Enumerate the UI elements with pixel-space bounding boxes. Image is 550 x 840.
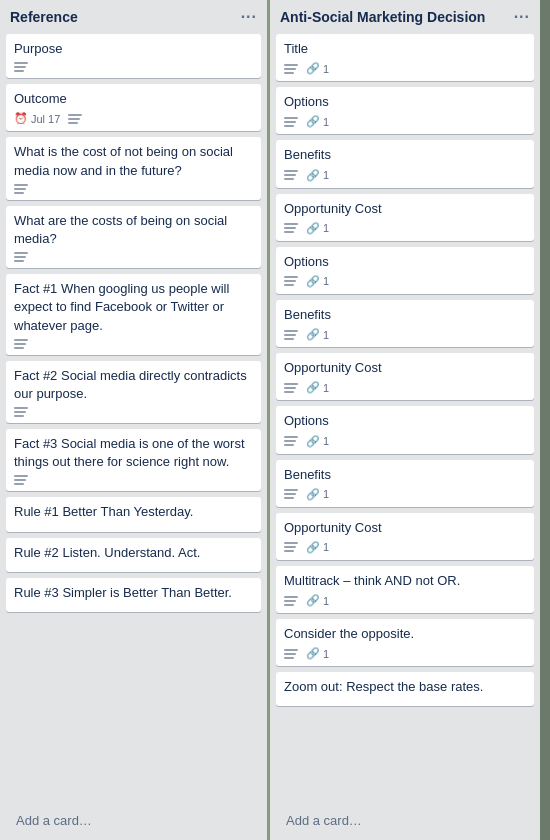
clip-icon: 🔗1 [306,594,329,607]
lines-icon [284,170,298,180]
card[interactable]: Consider the opposite.🔗1 [276,619,534,666]
card-title: Opportunity Cost [284,359,526,377]
lines-icon [14,475,28,485]
card[interactable]: What is the cost of not being on social … [6,137,261,199]
card-title: Benefits [284,146,526,164]
paperclip-icon: 🔗 [306,541,320,554]
card-meta [14,407,253,417]
card-title: Options [284,253,526,271]
card-title: Rule #3 Simpler is Better Than Better. [14,584,253,602]
card[interactable]: Options🔗1 [276,406,534,453]
card-meta [14,184,253,194]
card[interactable]: What are the costs of being on social me… [6,206,261,268]
attachment-count: 1 [323,488,329,500]
lines-icon [284,436,298,446]
card[interactable]: Zoom out: Respect the base rates. [276,672,534,706]
attachment-count: 1 [323,329,329,341]
clip-icon: 🔗1 [306,222,329,235]
clip-icon: 🔗1 [306,115,329,128]
date-badge: ⏰Jul 17 [14,112,60,125]
card[interactable]: Outcome⏰Jul 17 [6,84,261,131]
card-meta: 🔗1 [284,647,526,660]
clip-icon: 🔗1 [306,541,329,554]
card[interactable]: Opportunity Cost🔗1 [276,194,534,241]
column-menu-anti-social[interactable]: ··· [514,8,530,26]
clip-icon: 🔗1 [306,169,329,182]
clip-icon: 🔗1 [306,381,329,394]
lines-icon [284,542,298,552]
card[interactable]: Title🔗1 [276,34,534,81]
attachment-count: 1 [323,169,329,181]
clip-icon: 🔗1 [306,62,329,75]
lines-icon [284,223,298,233]
attachment-count: 1 [323,435,329,447]
lines-icon [14,252,28,262]
column-reference: Reference···PurposeOutcome⏰Jul 17What is… [0,0,270,840]
card-title: Outcome [14,90,253,108]
card-meta: 🔗1 [284,328,526,341]
card[interactable]: Fact #3 Social media is one of the worst… [6,429,261,491]
card[interactable]: Rule #3 Simpler is Better Than Better. [6,578,261,612]
card-meta: 🔗1 [284,169,526,182]
lines-icon [284,649,298,659]
column-header-reference: Reference··· [0,0,267,34]
card-title: Options [284,93,526,111]
card[interactable]: Benefits🔗1 [276,300,534,347]
card-title: Rule #1 Better Than Yesterday. [14,503,253,521]
card[interactable]: Options🔗1 [276,87,534,134]
card-title: Benefits [284,306,526,324]
card-meta [14,339,253,349]
paperclip-icon: 🔗 [306,115,320,128]
card-meta: ⏰Jul 17 [14,112,253,125]
card[interactable]: Rule #1 Better Than Yesterday. [6,497,261,531]
card-title: Consider the opposite. [284,625,526,643]
card-meta [14,475,253,485]
attachment-count: 1 [323,63,329,75]
card[interactable]: Benefits🔗1 [276,140,534,187]
card[interactable]: Options🔗1 [276,247,534,294]
card-title: Rule #2 Listen. Understand. Act. [14,544,253,562]
paperclip-icon: 🔗 [306,594,320,607]
card-title: Opportunity Cost [284,200,526,218]
card-title: What is the cost of not being on social … [14,143,253,179]
card-meta: 🔗1 [284,594,526,607]
card-title: Options [284,412,526,430]
card[interactable]: Multitrack – think AND not OR.🔗1 [276,566,534,613]
card[interactable]: Opportunity Cost🔗1 [276,353,534,400]
column-title-anti-social: Anti-Social Marketing Decision [280,9,485,25]
clip-icon: 🔗1 [306,435,329,448]
card[interactable]: Rule #2 Listen. Understand. Act. [6,538,261,572]
attachment-count: 1 [323,222,329,234]
card-title: Purpose [14,40,253,58]
card-meta: 🔗1 [284,222,526,235]
column-cards-reference: PurposeOutcome⏰Jul 17What is the cost of… [0,34,267,807]
column-menu-reference[interactable]: ··· [241,8,257,26]
card-title: Fact #2 Social media directly contradict… [14,367,253,403]
card-title: Multitrack – think AND not OR. [284,572,526,590]
card[interactable]: Benefits🔗1 [276,460,534,507]
paperclip-icon: 🔗 [306,647,320,660]
paperclip-icon: 🔗 [306,488,320,501]
add-card-button-anti-social[interactable]: Add a card… [276,807,534,834]
card[interactable]: Fact #2 Social media directly contradict… [6,361,261,423]
lines-icon [284,64,298,74]
lines-icon [284,489,298,499]
attachment-count: 1 [323,648,329,660]
lines-icon [284,117,298,127]
card[interactable]: Purpose [6,34,261,78]
card-title: Opportunity Cost [284,519,526,537]
paperclip-icon: 🔗 [306,275,320,288]
card-title: Fact #3 Social media is one of the worst… [14,435,253,471]
clip-icon: 🔗1 [306,647,329,660]
card[interactable]: Opportunity Cost🔗1 [276,513,534,560]
add-card-button-reference[interactable]: Add a card… [6,807,261,834]
card-title: What are the costs of being on social me… [14,212,253,248]
lines-icon [14,407,28,417]
card-meta: 🔗1 [284,275,526,288]
paperclip-icon: 🔗 [306,381,320,394]
card-meta: 🔗1 [284,435,526,448]
card[interactable]: Fact #1 When googling us people will exp… [6,274,261,355]
paperclip-icon: 🔗 [306,435,320,448]
attachment-count: 1 [323,541,329,553]
lines-icon [284,276,298,286]
